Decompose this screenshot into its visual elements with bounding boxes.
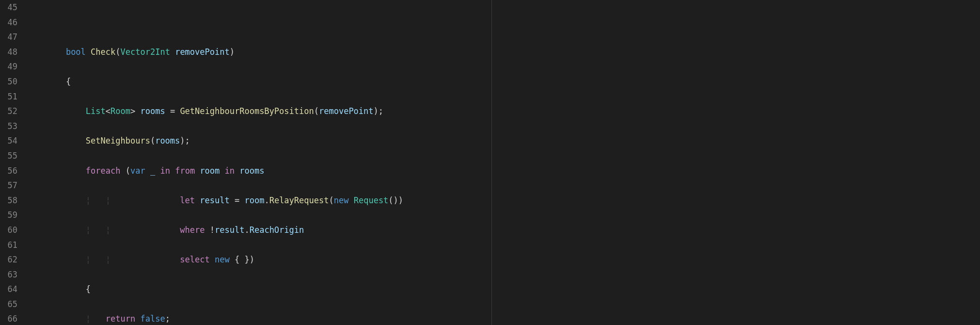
line-number: 66	[0, 311, 17, 325]
keyword-return: return	[106, 314, 135, 324]
keyword-where: where	[180, 225, 205, 235]
code-line[interactable]: ¦ ¦ select new { })	[26, 252, 980, 267]
line-number: 48	[0, 45, 17, 60]
line-number: 53	[0, 119, 17, 134]
variable: result	[215, 225, 244, 235]
line-number: 60	[0, 223, 17, 238]
code-line[interactable]: List<Room> rooms = GetNeighbourRoomsByPo…	[26, 104, 980, 119]
line-number: 59	[0, 208, 17, 223]
line-number: 51	[0, 89, 17, 104]
method-name: Check	[91, 47, 115, 57]
indent-guide: ¦	[86, 195, 91, 205]
indent-guide: ¦	[106, 225, 111, 235]
method-call: GetNeighbourRoomsByPosition	[180, 106, 314, 116]
code-line[interactable]: ¦ ¦ where !result.ReachOrigin	[26, 223, 980, 238]
keyword-new: new	[215, 255, 230, 264]
code-line[interactable]: bool Check(Vector2Int removePoint)	[26, 45, 980, 60]
indent-guide: ¦	[86, 255, 91, 264]
keyword-select: select	[180, 255, 209, 264]
line-number: 50	[0, 74, 17, 89]
line-number: 54	[0, 133, 17, 148]
method-call: SetNeighbours	[86, 136, 150, 146]
line-number: 52	[0, 104, 17, 119]
code-line[interactable]: {	[26, 282, 980, 297]
keyword-bool: bool	[66, 47, 86, 57]
type-name: Vector2Int	[121, 47, 170, 57]
type-name: Room	[111, 106, 130, 116]
code-line[interactable]: ¦ return false;	[26, 311, 980, 325]
line-number: 47	[0, 30, 17, 45]
variable: removePoint	[319, 106, 374, 116]
variable: rooms	[140, 106, 165, 116]
keyword-in: in	[225, 166, 235, 176]
variable: rooms	[155, 136, 180, 146]
line-number: 55	[0, 148, 17, 163]
code-area[interactable]: bool Check(Vector2Int removePoint) { Lis…	[26, 0, 980, 325]
line-number: 49	[0, 59, 17, 74]
code-line[interactable]: SetNeighbours(rooms);	[26, 133, 980, 148]
line-number: 61	[0, 238, 17, 253]
keyword-var: var	[130, 166, 145, 176]
line-number: 64	[0, 282, 17, 297]
line-number: 45	[0, 0, 17, 15]
line-number: 62	[0, 252, 17, 267]
variable: result	[200, 195, 229, 205]
line-number: 63	[0, 267, 17, 282]
code-line[interactable]: ¦ ¦ let result = room.RelayRequest(new R…	[26, 193, 980, 208]
line-number: 57	[0, 178, 17, 193]
keyword-from: from	[175, 166, 195, 176]
variable: room	[200, 166, 220, 176]
literal-false: false	[140, 314, 165, 324]
parameter: removePoint	[175, 47, 230, 57]
keyword-new: new	[334, 195, 349, 205]
code-line[interactable]: {	[26, 74, 980, 89]
line-number: 46	[0, 15, 17, 30]
indent-guide: ¦	[86, 314, 91, 324]
line-number-gutter: 45 46 47 48 49 50 51 52 53 54 55 56 57 5…	[0, 0, 26, 325]
variable: room	[244, 195, 264, 205]
variable: _	[150, 166, 155, 176]
method-call: RelayRequest	[269, 195, 329, 205]
keyword-let: let	[180, 195, 195, 205]
variable: rooms	[239, 166, 264, 176]
keyword-foreach: foreach	[86, 166, 121, 176]
property: ReachOrigin	[250, 225, 304, 235]
indent-guide: ¦	[106, 195, 111, 205]
line-number: 56	[0, 163, 17, 179]
line-number: 65	[0, 297, 17, 312]
type-name: List	[86, 106, 106, 116]
code-editor[interactable]: 45 46 47 48 49 50 51 52 53 54 55 56 57 5…	[0, 0, 980, 325]
keyword-in: in	[160, 166, 170, 176]
line-number: 58	[0, 193, 17, 208]
type-name: Request	[354, 195, 389, 205]
indent-guide: ¦	[106, 255, 111, 264]
indent-guide: ¦	[86, 225, 91, 235]
code-line[interactable]: foreach (var _ in from room in rooms	[26, 163, 980, 179]
